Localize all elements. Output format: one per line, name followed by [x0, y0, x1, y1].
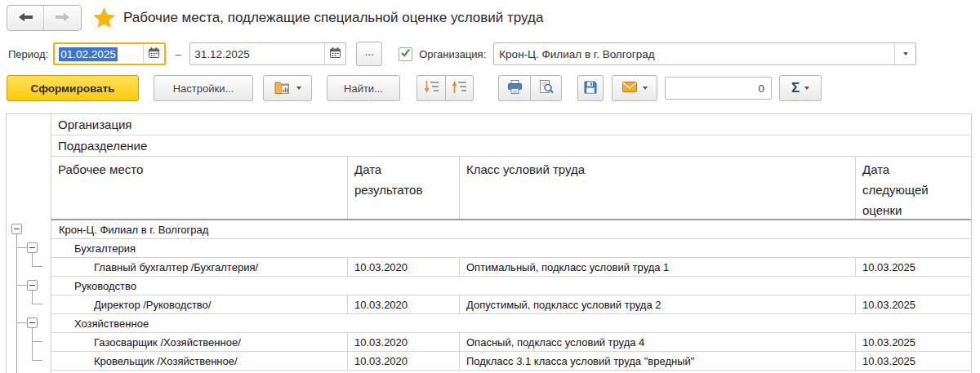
forward-button[interactable] — [44, 6, 81, 30]
tree-line — [32, 341, 42, 342]
tree-line — [32, 304, 42, 304]
cell-result-date: 10.03.2020 — [347, 258, 459, 276]
printer-icon — [507, 80, 523, 96]
floppy-disk-icon — [584, 81, 597, 96]
table-row[interactable]: Газосварщик /Хозяйственное/ 10.03.2020 О… — [51, 333, 971, 352]
tree-expander-department-1[interactable] — [27, 242, 38, 253]
group-label: Хозяйственное — [51, 317, 971, 330]
minus-icon — [29, 247, 35, 249]
arrow-up-list-icon — [452, 80, 467, 96]
table-row[interactable]: Кровельщик /Хозяйственное/ 10.03.2020 По… — [51, 352, 971, 371]
date-from-field[interactable]: 01.02.2025 — [53, 42, 166, 65]
date-to-value[interactable]: 31.12.2025 — [190, 43, 324, 64]
column-header-work-class: Класс условий труда — [459, 157, 855, 219]
report-variants-button[interactable] — [263, 75, 312, 101]
save-button[interactable] — [577, 75, 604, 101]
tree-line — [32, 266, 42, 267]
table-row[interactable]: Главный бухгалтер /Бухгалтерия/ 10.03.20… — [51, 258, 971, 277]
cell-work-class: Оптимальный, подкласс условий труда 1 — [459, 258, 855, 276]
organization-dropdown[interactable]: Крон-Ц. Филиал в г. Волгоград — [493, 42, 916, 65]
report-table: Организация Подразделение Рабочее место … — [0, 113, 980, 373]
column-header-text: Дата следующей оценки — [862, 159, 929, 220]
period-label: Период: — [8, 48, 48, 60]
group-row-organization[interactable]: Крон-Ц. Филиал в г. Волгоград — [51, 220, 971, 239]
totals-sigma-button[interactable]: Σ — [779, 75, 822, 101]
table-row[interactable]: Директор /Руководство/ 10.03.2020 Допуст… — [51, 295, 971, 314]
group-row-department[interactable]: Хозяйственное — [51, 314, 971, 333]
expand-groups-button[interactable] — [416, 75, 445, 101]
minus-icon — [14, 229, 20, 230]
tree-expander-organization[interactable] — [11, 224, 22, 234]
print-button[interactable] — [498, 75, 530, 101]
report-toolbar: Сформировать Настройки... Найти... — [0, 73, 980, 103]
column-header-row: Рабочее место Дата результатов Класс усл… — [51, 157, 971, 220]
selected-text: 01.02.2025 — [59, 47, 118, 61]
collapse-groups-button[interactable] — [445, 75, 474, 101]
minus-icon — [29, 285, 35, 286]
cell-next-date: 10.03.2025 — [855, 352, 971, 370]
back-arrow-icon — [18, 12, 33, 24]
group-row-department[interactable]: Бухгалтерия — [51, 239, 971, 258]
chevron-down-icon — [296, 87, 301, 90]
chevron-down-icon — [903, 52, 908, 56]
organization-label: Организация: — [419, 48, 486, 60]
cell-next-date: 10.03.2025 — [855, 258, 971, 276]
page-magnifier-icon — [539, 80, 554, 96]
cell-result-date: 10.03.2020 — [347, 333, 459, 351]
date-to-calendar-button[interactable] — [324, 43, 345, 64]
period-more-button[interactable]: ... — [356, 42, 382, 66]
settings-button[interactable]: Настройки... — [154, 75, 253, 101]
print-button-group — [498, 75, 562, 101]
group-row-department[interactable]: Руководство — [51, 277, 971, 295]
column-header-result-date: Дата результатов — [347, 157, 459, 219]
tree-line — [16, 285, 27, 286]
cell-result-date: 10.03.2020 — [347, 295, 459, 313]
grouping-button-group — [416, 75, 474, 101]
date-to-field[interactable]: 31.12.2025 — [189, 42, 346, 65]
band-header-department: Подразделение — [51, 135, 971, 157]
forward-arrow-icon — [55, 12, 70, 24]
filter-bar: Период: 01.02.2025 – 31.12.2025 ... Орга… — [0, 37, 980, 71]
find-button[interactable]: Найти... — [327, 75, 400, 101]
organization-dropdown-button[interactable] — [894, 43, 915, 64]
tree-expander-department-2[interactable] — [27, 280, 38, 291]
cell-result-date: 10.03.2020 — [347, 352, 459, 370]
date-from-calendar-button[interactable] — [143, 44, 164, 64]
tree-line — [16, 322, 27, 323]
minus-icon — [29, 322, 35, 324]
cell-workplace: Главный бухгалтер /Бухгалтерия/ — [51, 261, 347, 273]
calendar-icon — [149, 47, 159, 60]
favorite-star-icon[interactable] — [93, 7, 115, 29]
tree-expander-department-3[interactable] — [27, 317, 38, 328]
period-dash: – — [173, 48, 183, 60]
column-header-text: Дата результатов — [354, 159, 432, 200]
tree-line — [32, 328, 33, 361]
date-from-value[interactable]: 01.02.2025 — [55, 44, 143, 64]
calendar-icon — [330, 47, 341, 60]
group-label: Бухгалтерия — [51, 242, 971, 255]
column-header-workplace: Рабочее место — [51, 157, 347, 219]
print-preview-button[interactable] — [530, 75, 562, 101]
cell-work-class: Допустимый, подкласс условий труда 2 — [459, 295, 855, 313]
tree-line — [16, 247, 27, 248]
cell-next-date: 10.03.2025 — [855, 295, 971, 313]
cell-work-class: Подкласс 3.1 класса условий труда "вредн… — [459, 352, 855, 370]
generate-button[interactable]: Сформировать — [7, 75, 139, 101]
send-mail-button[interactable] — [612, 75, 657, 101]
nav-button-group — [7, 5, 82, 31]
table-border-left — [6, 113, 7, 373]
table-rows: Организация Подразделение Рабочее место … — [51, 114, 971, 373]
chevron-down-icon — [804, 87, 809, 90]
cell-work-class: Опасный, подкласс условий труда 4 — [459, 333, 855, 351]
group-label: Крон-Ц. Филиал в г. Волгоград — [51, 224, 971, 236]
chevron-down-icon — [643, 87, 648, 90]
tree-line — [32, 360, 42, 361]
envelope-icon — [622, 82, 637, 95]
date-to-text: 31.12.2025 — [194, 48, 250, 60]
cell-next-date: 10.03.2025 — [855, 333, 971, 351]
organization-value: Крон-Ц. Филиал в г. Волгоград — [494, 43, 894, 64]
tree-line — [32, 291, 33, 304]
back-button[interactable] — [7, 6, 44, 30]
counter-input[interactable]: 0 — [665, 77, 772, 100]
organization-checkbox[interactable] — [399, 47, 412, 61]
